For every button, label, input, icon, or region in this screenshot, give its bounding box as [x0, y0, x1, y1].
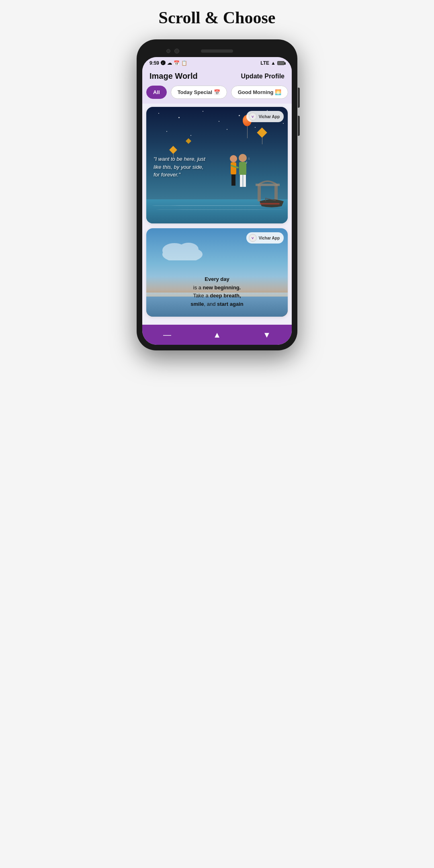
tab-good-morning[interactable]: Good Morning 🌅: [231, 86, 288, 99]
svg-text:♫: ♫: [248, 157, 250, 160]
svg-point-16: [178, 243, 199, 256]
card2-quote: Every day is a new beginning. Take a dee…: [146, 275, 288, 309]
tab-today-special[interactable]: Today Special 📅: [171, 86, 227, 99]
vichar-badge-text-2: Vichar App: [259, 236, 280, 240]
phone-screen: 9:59 🅐 ☁ 📅 📋 LTE ▲ Image World Update Pr…: [142, 57, 292, 345]
card1-inner: "I want to be here, just like this, by y…: [146, 107, 288, 223]
card1-background: "I want to be here, just like this, by y…: [146, 107, 288, 223]
phone-speaker: [201, 49, 233, 53]
battery-icon: [277, 61, 285, 65]
couple-figures: ♪ ♫: [223, 151, 252, 201]
volume-button: [298, 116, 300, 136]
app-header: Image World Update Profile: [142, 68, 292, 86]
svg-rect-2: [256, 184, 280, 186]
svg-rect-3: [260, 203, 280, 205]
status-icon-a: 🅐: [161, 60, 166, 66]
image-card-2[interactable]: Every day is a new beginning. Take a dee…: [146, 228, 288, 317]
image-card-1[interactable]: "I want to be here, just like this, by y…: [146, 107, 288, 223]
status-right: LTE ▲: [260, 60, 285, 66]
signal-icon: ▲: [271, 60, 276, 66]
front-camera: [174, 49, 179, 53]
status-bar: 9:59 🅐 ☁ 📅 📋 LTE ▲: [142, 57, 292, 68]
bottom-navigation: — ▲ ▼: [142, 325, 292, 345]
app-title: Image World: [149, 72, 198, 81]
network-label: LTE: [260, 60, 269, 66]
boat-decoration: [258, 197, 286, 207]
card2-inner: Every day is a new beginning. Take a dee…: [146, 228, 288, 317]
svg-text:♪: ♪: [246, 160, 248, 164]
card2-background: Every day is a new beginning. Take a dee…: [146, 228, 288, 317]
nav-home-icon[interactable]: —: [163, 330, 171, 340]
svg-rect-11: [243, 175, 246, 187]
kite3-decoration: [186, 139, 190, 143]
vichar-badge-2: V Vichar App: [246, 232, 284, 244]
update-profile-button[interactable]: Update Profile: [241, 73, 285, 80]
card1-quote: "I want to be here, just like this, by y…: [154, 155, 210, 179]
front-camera-dot: [166, 49, 170, 53]
status-icon-cal2: 📋: [181, 60, 187, 66]
vichar-logo-1: V: [249, 113, 257, 121]
phone-top-bar: [142, 45, 292, 57]
category-tabs: All Today Special 📅 Good Morning 🌅 Birth…: [142, 86, 292, 104]
cloud-decoration: [158, 240, 207, 262]
svg-rect-5: [231, 162, 236, 174]
svg-rect-10: [240, 175, 243, 187]
kite1-decoration: [258, 129, 266, 144]
status-time: 9:59: [149, 60, 159, 66]
status-icon-cloud: ☁: [167, 60, 172, 66]
vichar-logo-2: V: [249, 234, 257, 242]
status-left: 9:59 🅐 ☁ 📅 📋: [149, 60, 187, 66]
svg-rect-6: [231, 174, 233, 186]
tab-all[interactable]: All: [146, 86, 167, 99]
vichar-badge-1: V Vichar App: [246, 111, 284, 122]
nav-down-icon[interactable]: ▼: [263, 330, 271, 340]
nav-up-icon[interactable]: ▲: [213, 330, 221, 340]
power-button: [298, 88, 300, 108]
page-title: Scroll & Choose: [159, 8, 276, 27]
vichar-badge-text-1: Vichar App: [259, 115, 280, 119]
svg-point-4: [230, 155, 237, 162]
phone-shell: 9:59 🅐 ☁ 📅 📋 LTE ▲ Image World Update Pr…: [137, 39, 297, 350]
content-area: "I want to be here, just like this, by y…: [142, 104, 292, 325]
status-icon-cal1: 📅: [174, 60, 180, 66]
svg-rect-7: [233, 174, 235, 186]
